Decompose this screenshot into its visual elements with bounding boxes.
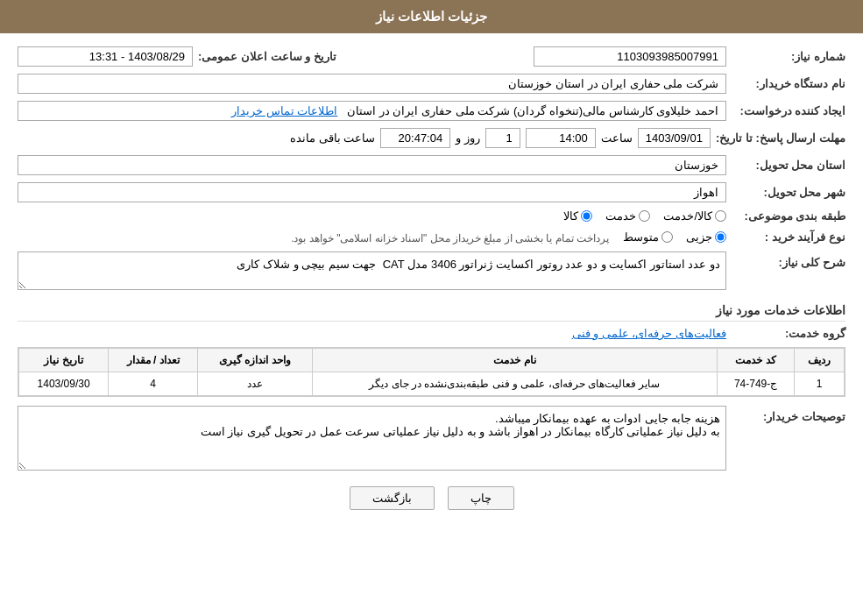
need-desc-row: شرح کلی نیاز: — [18, 251, 845, 293]
process-partial-item[interactable]: جزیی — [686, 230, 726, 244]
service-group-value[interactable]: فعالیت‌های حرفه‌ای، علمی و فنی — [572, 327, 726, 340]
need-desc-wrapper — [18, 251, 726, 293]
print-button[interactable]: چاپ — [448, 486, 514, 510]
buyer-notes-row: توصیحات خریدار: — [18, 406, 845, 473]
process-label: نوع فرآیند خرید : — [732, 230, 845, 244]
creator-label: ایجاد کننده درخواست: — [732, 104, 845, 117]
col-name: نام خدمت — [312, 349, 717, 372]
city-row: شهر محل تحویل: اهواز — [18, 182, 845, 202]
process-description: پرداخت تمام یا بخشی از مبلغ خریداز محل "… — [291, 232, 609, 244]
deadline-time-label: ساعت — [601, 129, 633, 147]
need-number-label: شماره نیاز: — [732, 50, 845, 63]
radio-service[interactable] — [639, 210, 650, 222]
radio-both-item[interactable]: کالا/خدمت — [663, 209, 726, 223]
page-title: جزئیات اطلاعات نیاز — [376, 9, 487, 24]
deadline-row: مهلت ارسال پاسخ: تا تاریخ: 1403/09/01 سا… — [18, 128, 845, 148]
back-button[interactable]: بازگشت — [350, 486, 435, 510]
need-desc-textarea[interactable] — [18, 251, 726, 290]
process-medium-item[interactable]: متوسط — [623, 230, 673, 244]
radio-goods-item[interactable]: کالا — [563, 209, 592, 223]
process-row: نوع فرآیند خرید : جزیی متوسط پرداخت تمام… — [18, 230, 845, 244]
province-label: استان محل تحویل: — [732, 159, 845, 172]
radio-goods[interactable] — [581, 210, 592, 222]
announce-value: 1403/08/29 - 13:31 — [18, 46, 193, 67]
buyer-value: شرکت ملی حفاری ایران در استان خوزستان — [18, 74, 726, 94]
deadline-day-label: روز و — [456, 129, 480, 147]
buyer-row: نام دستگاه خریدار: شرکت ملی حفاری ایران … — [18, 74, 845, 94]
buyer-label: نام دستگاه خریدار: — [732, 77, 845, 90]
need-number-value: 1103093985007991 — [534, 46, 726, 67]
city-label: شهر محل تحویل: — [732, 186, 845, 199]
col-qty: تعداد / مقدار — [109, 349, 198, 372]
service-group-row: گروه خدمت: فعالیت‌های حرفه‌ای، علمی و فن… — [18, 327, 845, 340]
deadline-label: مهلت ارسال پاسخ: تا تاریخ: — [716, 131, 845, 145]
category-label: طبقه بندی موضوعی: — [732, 209, 845, 223]
buttons-row: چاپ بازگشت — [18, 486, 845, 510]
table-row: 1ج-749-74سایر فعالیت‌های حرفه‌ای، علمی و… — [19, 372, 845, 396]
page-header: جزئیات اطلاعات نیاز — [0, 0, 863, 33]
radio-medium[interactable] — [661, 231, 673, 243]
deadline-time: 14:00 — [526, 128, 596, 148]
need-number-row: شماره نیاز: 1103093985007991 تاریخ و ساع… — [18, 46, 845, 67]
buyer-notes-label: توصیحات خریدار: — [732, 410, 845, 423]
col-row: ردیف — [795, 349, 845, 372]
deadline-remaining: 20:47:04 — [380, 128, 450, 148]
radio-both[interactable] — [715, 210, 726, 222]
announce-label: تاریخ و ساعت اعلان عمومی: — [198, 50, 336, 63]
buyer-notes-textarea[interactable] — [18, 406, 726, 471]
col-unit: واحد اندازه گیری — [198, 349, 313, 372]
deadline-date: 1403/09/01 — [638, 128, 711, 148]
city-value: اهواز — [18, 182, 726, 202]
radio-service-item[interactable]: خدمت — [605, 209, 650, 223]
category-row: طبقه بندی موضوعی: کالا/خدمت خدمت کالا — [18, 209, 845, 223]
service-group-label: گروه خدمت: — [732, 327, 845, 340]
radio-partial[interactable] — [715, 231, 726, 243]
creator-value: احمد خلیلاوی کارشناس مالی(تنخواه گردان) … — [18, 101, 726, 121]
services-table: ردیف کد خدمت نام خدمت واحد اندازه گیری ت… — [18, 348, 845, 396]
process-radio-group: جزیی متوسط — [623, 230, 726, 244]
service-info-title: اطلاعات خدمات مورد نیاز — [18, 303, 845, 322]
col-code: کد خدمت — [718, 349, 795, 372]
buyer-notes-wrapper — [18, 406, 726, 473]
deadline-remaining-label: ساعت باقی مانده — [290, 129, 375, 147]
need-desc-label: شرح کلی نیاز: — [732, 256, 845, 269]
col-date: تاریخ نیاز — [19, 349, 109, 372]
services-table-container: ردیف کد خدمت نام خدمت واحد اندازه گیری ت… — [18, 347, 845, 397]
creator-contact-link[interactable]: اطلاعات تماس خریدار — [231, 104, 337, 117]
province-row: استان محل تحویل: خوزستان — [18, 155, 845, 175]
deadline-days: 1 — [485, 128, 520, 148]
category-radio-group: کالا/خدمت خدمت کالا — [563, 209, 726, 223]
creator-row: ایجاد کننده درخواست: احمد خلیلاوی کارشنا… — [18, 101, 845, 121]
province-value: خوزستان — [18, 155, 726, 175]
